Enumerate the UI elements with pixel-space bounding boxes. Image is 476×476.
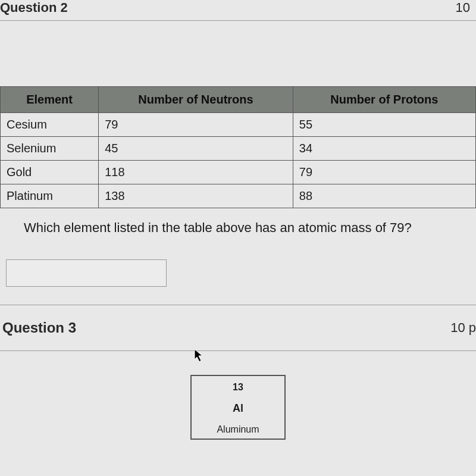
cell-element: Platinum — [1, 184, 99, 208]
cell-element: Selenium — [1, 137, 99, 161]
cell-element: Gold — [1, 161, 99, 184]
table-row: Selenium 45 34 — [1, 137, 476, 161]
question-2-points: 10 — [456, 0, 470, 15]
cell-protons: 79 — [293, 161, 475, 184]
cell-protons: 88 — [293, 184, 475, 208]
element-tile: 13 Al Aluminum — [190, 375, 286, 440]
table-row: Cesium 79 55 — [1, 113, 476, 137]
question-2-title: Question 2 — [0, 0, 68, 15]
question-3-title: Question 3 — [2, 320, 76, 336]
cell-neutrons: 138 — [99, 184, 293, 208]
table-row: Platinum 138 88 — [1, 184, 476, 208]
cell-protons: 55 — [293, 113, 475, 137]
answer-input[interactable] — [7, 260, 166, 286]
col-header-element: Element — [1, 87, 99, 113]
col-header-neutrons: Number of Neutrons — [99, 87, 293, 113]
cell-neutrons: 118 — [99, 161, 293, 184]
answer-box[interactable] — [6, 259, 167, 287]
atomic-number: 13 — [192, 382, 284, 393]
question-2-prompt: Which element listed in the table above … — [0, 208, 476, 248]
cell-neutrons: 79 — [99, 113, 293, 137]
question-3-header: Question 3 10 p — [0, 305, 476, 351]
question-3-points: 10 p — [450, 320, 476, 336]
element-symbol: Al — [192, 402, 284, 415]
question-2-header: Question 2 10 — [0, 0, 476, 21]
element-name: Aluminum — [192, 424, 284, 435]
table-row: Gold 118 79 — [1, 161, 476, 184]
cell-protons: 34 — [293, 137, 475, 161]
element-tile-wrap: 13 Al Aluminum — [0, 351, 476, 440]
elements-table: Element Number of Neutrons Number of Pro… — [0, 86, 476, 208]
cell-element: Cesium — [1, 113, 99, 137]
cell-neutrons: 45 — [99, 137, 293, 161]
col-header-protons: Number of Protons — [293, 87, 475, 113]
cursor-icon — [194, 349, 205, 365]
question-2-table-wrap: Element Number of Neutrons Number of Pro… — [0, 21, 476, 208]
table-header-row: Element Number of Neutrons Number of Pro… — [1, 87, 476, 113]
